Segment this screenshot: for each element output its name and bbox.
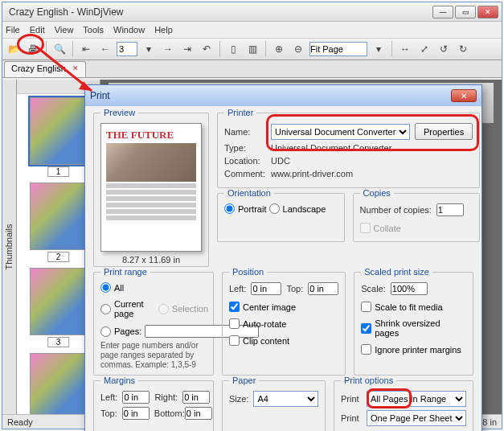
landscape-radio[interactable]	[269, 203, 280, 214]
printer-type-value: Universal Document Converter	[271, 143, 391, 153]
layout-continuous-icon[interactable]: ▥	[244, 41, 260, 57]
maximize-button[interactable]: ▭	[455, 6, 476, 18]
menu-file[interactable]: File	[6, 25, 20, 35]
dialog-close-button[interactable]: ✕	[451, 89, 477, 102]
zoom-dropdown-icon[interactable]: ▾	[371, 41, 387, 57]
print-icon[interactable]: 🖶	[25, 41, 41, 57]
copies-group-label: Copies	[360, 188, 394, 198]
print-mode2-select[interactable]: One Page Per Sheet	[367, 410, 466, 426]
zoom-out-icon[interactable]: ⊖	[290, 41, 306, 57]
close-tab-icon[interactable]: ✕	[72, 64, 82, 74]
next-page-icon[interactable]: →	[160, 41, 176, 57]
dialog-titlebar: Print ✕	[85, 85, 481, 106]
printer-name-select[interactable]: Universal Document Converter	[271, 124, 410, 140]
page-number-field[interactable]	[117, 42, 137, 56]
titlebar: Crazy English - WinDjView — ▭ ✕	[2, 2, 502, 22]
fit-width-icon[interactable]: ↔	[397, 41, 413, 57]
menu-tools[interactable]: Tools	[83, 25, 104, 35]
print-options-group-label: Print options	[341, 376, 396, 385]
paper-size-label: Size:	[229, 394, 248, 404]
last-page-icon[interactable]: ⇥	[179, 41, 195, 57]
shrink-checkbox[interactable]	[361, 323, 371, 334]
page-dropdown-icon[interactable]: ▾	[141, 41, 157, 57]
range-pages-radio[interactable]	[100, 326, 111, 337]
auto-rotate-checkbox[interactable]	[229, 318, 240, 329]
thumb-caption: 3	[47, 337, 70, 347]
clip-content-checkbox[interactable]	[229, 335, 240, 346]
pos-top-field[interactable]	[308, 282, 338, 295]
separator	[265, 41, 266, 57]
print-mode2-label: Print	[341, 413, 362, 423]
menu-window[interactable]: Window	[113, 25, 145, 35]
printer-comment-label: Comment:	[224, 169, 266, 179]
find-icon[interactable]: 🔍	[51, 41, 68, 57]
range-all-label: All	[114, 283, 124, 293]
thumbnails-tab[interactable]: Thumbnails	[2, 80, 17, 414]
center-image-label: Center image	[243, 302, 296, 312]
range-current-radio[interactable]	[100, 304, 111, 314]
range-pages-label: Pages:	[114, 326, 141, 336]
thumbnail[interactable]: 3	[30, 268, 88, 335]
portrait-label: Portrait	[238, 204, 266, 214]
pos-left-field[interactable]	[251, 282, 281, 295]
copies-num-field[interactable]	[436, 203, 464, 216]
ignore-margins-checkbox[interactable]	[361, 344, 371, 355]
clip-content-label: Clip content	[243, 336, 289, 346]
paper-size-select[interactable]: A4	[253, 391, 318, 407]
copies-num-label: Number of copies:	[360, 205, 432, 215]
thumbnail[interactable]: 2	[30, 183, 88, 250]
portrait-radio[interactable]	[224, 203, 235, 214]
preview-title: THE FUTURE	[101, 124, 201, 142]
margin-right-label: Right:	[154, 392, 178, 402]
range-group-label: Print range	[100, 267, 150, 277]
menu-edit[interactable]: Edit	[30, 25, 45, 35]
center-image-checkbox[interactable]	[229, 302, 240, 312]
pos-top-label: Top:	[286, 284, 303, 293]
ignore-margins-label: Ignore printer margins	[375, 345, 461, 355]
fit-page-icon[interactable]: ⤢	[416, 41, 432, 57]
printer-group-label: Printer	[224, 108, 256, 117]
orientation-group-label: Orientation	[224, 188, 274, 198]
minimize-button[interactable]: —	[432, 6, 453, 18]
print-mode1-select[interactable]: All Pages In Range	[367, 391, 466, 407]
back-icon[interactable]: ↶	[199, 41, 215, 57]
thumbnail[interactable]: 4	[30, 353, 88, 414]
thumb-caption: 1	[47, 166, 70, 177]
range-all-radio[interactable]	[100, 282, 111, 293]
dialog-title: Print	[90, 90, 451, 101]
zoom-select[interactable]	[309, 42, 367, 56]
document-tab[interactable]: Crazy English ✕	[4, 61, 86, 77]
first-page-icon[interactable]: ⇤	[78, 41, 94, 57]
document-tab-label: Crazy English	[11, 64, 66, 73]
rotate-right-icon[interactable]: ↻	[455, 41, 471, 57]
open-icon[interactable]: 📂	[6, 41, 22, 57]
fit-media-checkbox[interactable]	[361, 302, 371, 312]
margin-left-field[interactable]	[122, 391, 150, 404]
preview-dims: 8.27 x 11.69 in	[100, 255, 202, 265]
margin-left-label: Left:	[100, 392, 117, 402]
zoom-in-icon[interactable]: ⊕	[271, 41, 287, 57]
thumbnail[interactable]: 1	[30, 97, 88, 165]
margin-bottom-field[interactable]	[185, 407, 212, 420]
rotate-left-icon[interactable]: ↺	[436, 41, 452, 57]
menu-help[interactable]: Help	[154, 25, 173, 35]
auto-rotate-label: Auto-rotate	[243, 319, 286, 329]
paper-group-label: Paper	[229, 376, 259, 385]
printer-comment-value: www.print-driver.com	[271, 169, 353, 179]
separator	[72, 41, 73, 57]
margin-bottom-label: Bottom:	[154, 408, 180, 418]
pos-left-label: Left:	[229, 284, 246, 293]
margins-group-label: Margins	[100, 376, 138, 385]
margin-right-field[interactable]	[182, 391, 210, 404]
separator	[391, 41, 392, 57]
printer-properties-button[interactable]: Properties	[415, 123, 473, 140]
thumb-caption: 2	[47, 252, 70, 262]
margin-top-field[interactable]	[122, 407, 150, 420]
menu-view[interactable]: View	[55, 25, 74, 35]
print-dialog: Print ✕ Preview THE FUTURE 8.27 x 11.69 …	[84, 84, 482, 431]
scale-field[interactable]	[391, 282, 428, 295]
layout-single-icon[interactable]: ▯	[225, 41, 241, 57]
prev-page-icon[interactable]: ←	[97, 41, 113, 57]
menubar: File Edit View Tools Window Help	[2, 22, 502, 38]
close-button[interactable]: ✕	[477, 6, 498, 18]
